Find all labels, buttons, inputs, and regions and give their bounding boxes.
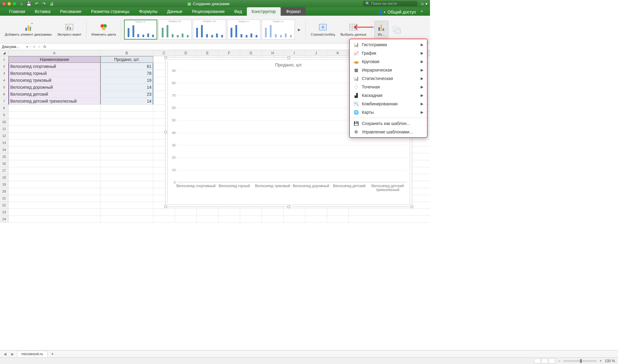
cell[interactable] [100, 105, 153, 111]
cell[interactable] [240, 216, 262, 222]
cell[interactable] [100, 160, 153, 167]
cell[interactable]: 61 [100, 63, 153, 70]
cell[interactable] [240, 209, 262, 216]
cell[interactable]: 78 [100, 70, 153, 77]
cell[interactable] [8, 195, 100, 202]
cell[interactable] [262, 216, 284, 222]
row-header[interactable]: 14 [0, 146, 8, 153]
select-data-button[interactable]: Выбрать данные [339, 21, 368, 37]
menu-item-line[interactable]: 📈График▶ [350, 49, 427, 57]
cell[interactable] [100, 119, 153, 125]
minimize-icon[interactable] [8, 2, 11, 5]
cell[interactable] [153, 216, 175, 222]
tab-layout[interactable]: Разметка страницы [86, 7, 134, 16]
cell[interactable]: Велосипед детский трехколесный [8, 98, 100, 104]
cell[interactable] [8, 119, 100, 125]
cell[interactable] [153, 209, 175, 216]
tab-data[interactable]: Данные [162, 7, 187, 16]
cell[interactable] [100, 181, 153, 188]
undo-icon[interactable]: ↶ [35, 1, 39, 6]
cell[interactable]: 19 [100, 77, 153, 84]
row-header[interactable]: 6 [0, 91, 8, 97]
cell[interactable] [8, 105, 100, 111]
cell[interactable] [8, 181, 100, 188]
cell[interactable] [8, 133, 100, 139]
cancel-icon[interactable]: ✕ [33, 45, 36, 49]
cell[interactable] [8, 160, 100, 167]
row-header[interactable]: 19 [0, 181, 8, 188]
row-header[interactable]: 17 [0, 167, 8, 174]
col-header-G[interactable]: G [240, 50, 262, 56]
row-header[interactable]: 18 [0, 174, 8, 181]
cell[interactable] [100, 202, 153, 209]
col-header-B[interactable]: B [100, 50, 153, 56]
change-colors-button[interactable]: Изменить цвета [90, 21, 118, 37]
cell[interactable] [197, 209, 218, 216]
chart-style-5[interactable]: Продано, шт. [262, 20, 295, 40]
row-header[interactable]: 15 [0, 153, 8, 160]
cell[interactable]: Велосипед детский [8, 91, 100, 97]
quick-layout-button[interactable]: Экспресс-макет [55, 21, 83, 37]
enter-icon[interactable]: ✓ [38, 45, 41, 49]
col-header-J[interactable]: J [305, 50, 327, 56]
row-header[interactable]: 5 [0, 84, 8, 91]
cell[interactable]: Велосипед горный [8, 70, 100, 77]
col-header-K[interactable]: K [327, 50, 349, 56]
row-header[interactable]: 4 [0, 77, 8, 84]
row-header[interactable]: 20 [0, 188, 8, 195]
menu-item-save-template[interactable]: 💾Сохранить как шаблон... [350, 119, 427, 128]
tab-draw[interactable]: Рисование [55, 7, 86, 16]
cell[interactable] [8, 153, 100, 160]
row-header[interactable]: 13 [0, 139, 8, 146]
close-icon[interactable] [2, 2, 6, 5]
cell[interactable] [175, 209, 197, 216]
change-chart-type-button[interactable]: Из… [374, 21, 388, 38]
window-controls[interactable] [2, 2, 16, 5]
redo-icon[interactable]: ↷ [42, 1, 46, 6]
tab-review[interactable]: Рецензирование [187, 7, 229, 16]
col-header-E[interactable]: E [197, 50, 218, 56]
add-chart-element-button[interactable]: + Добавить элемент диаграммы [3, 21, 53, 37]
cell[interactable] [218, 216, 240, 222]
chart-styles-gallery[interactable]: Продано, шт. ПРОДАНО, ШТ. ПРОДАНО, ШТ. П… [124, 20, 302, 40]
cell[interactable] [8, 216, 100, 222]
tab-formulas[interactable]: Формулы [134, 7, 162, 16]
menu-item-waterfall[interactable]: ▟Каскадная▶ [350, 91, 427, 100]
cell[interactable] [284, 216, 305, 222]
menu-item-hierarchical[interactable]: ▦Иерархическая▶ [350, 66, 427, 74]
cell[interactable] [327, 209, 349, 216]
feedback-icon[interactable]: ☺ ▾ [420, 2, 428, 6]
menu-item-combo[interactable]: 📉Комбинированная▶ [350, 100, 427, 108]
cell[interactable] [100, 112, 153, 118]
tab-home[interactable]: Главная [4, 7, 30, 16]
menu-item-pie[interactable]: 🥧Круговая▶ [350, 57, 427, 66]
cell[interactable]: Продано, шт. [100, 56, 153, 63]
row-header[interactable]: 1 [0, 56, 8, 63]
share-button[interactable]: 👤+ Общий доступ ^ [375, 8, 426, 16]
gallery-next-icon[interactable]: ▸ [296, 26, 302, 33]
col-header-D[interactable]: D [175, 50, 197, 56]
cell[interactable] [262, 209, 284, 216]
cell[interactable]: Велосипед трековый [8, 77, 100, 84]
menu-item-scatter[interactable]: ⁛Точечная▶ [350, 83, 427, 91]
cell[interactable] [100, 167, 153, 174]
cell[interactable] [8, 112, 100, 118]
print-icon[interactable]: 🖨 [49, 1, 54, 6]
name-box[interactable]: Диаграм…▾ [0, 45, 30, 49]
cell[interactable] [218, 209, 240, 216]
move-chart-button[interactable] [390, 24, 403, 36]
row-header[interactable]: 11 [0, 126, 8, 132]
cell[interactable] [100, 216, 153, 222]
cell[interactable] [8, 146, 100, 153]
zoom-icon[interactable] [13, 2, 16, 5]
cell[interactable] [8, 126, 100, 132]
cell[interactable] [100, 195, 153, 202]
row-header[interactable]: 7 [0, 98, 8, 104]
col-header-I[interactable]: I [284, 50, 305, 56]
cell[interactable] [8, 188, 100, 195]
cell[interactable] [100, 209, 153, 216]
cell[interactable] [100, 188, 153, 195]
col-header-C[interactable]: C [153, 50, 175, 56]
cell[interactable]: Наименование [8, 56, 100, 63]
cell[interactable]: Велосипед дорожный [8, 84, 100, 91]
